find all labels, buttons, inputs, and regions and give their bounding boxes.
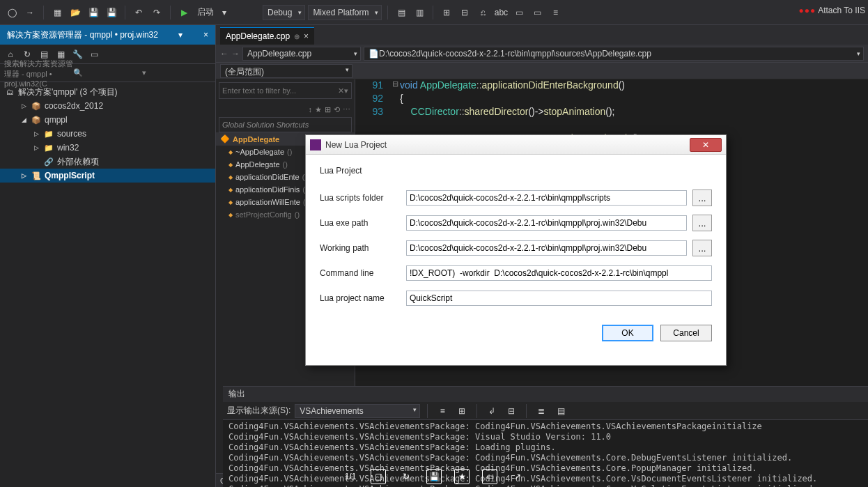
open-file-icon[interactable]: 📂	[68, 5, 83, 20]
output-text[interactable]: Coding4Fun.VSAchievements.VSAchievements…	[223, 420, 868, 487]
config-dropdown[interactable]: Debug	[263, 5, 305, 20]
toolbox-icon-4[interactable]: ⊟	[457, 5, 472, 20]
nav-fwd-icon[interactable]: →	[231, 49, 240, 59]
solution-root[interactable]: 🗂 解决方案'qmppl' (3 个项目)	[0, 85, 215, 99]
filter-icon[interactable]: ▾	[344, 86, 348, 95]
scripts-folder-input[interactable]	[406, 190, 687, 206]
expand-icon[interactable]: ▷	[32, 144, 40, 151]
output-clear-icon[interactable]: ≡	[435, 403, 450, 419]
working-path-input[interactable]	[406, 240, 687, 256]
toolbox-icon-9[interactable]: ≡	[548, 5, 563, 20]
tree-item[interactable]: 🔗外部依赖项	[0, 155, 215, 169]
new-project-icon[interactable]: ▦	[49, 5, 65, 20]
toolbox-icon-1[interactable]: ▤	[394, 5, 409, 20]
toolbox-icon-2[interactable]: ▥	[412, 5, 427, 20]
more-icon[interactable]: ⋯	[343, 105, 350, 114]
toolbox-icon-8[interactable]: ▭	[529, 5, 545, 20]
code-line[interactable]	[355, 119, 868, 132]
file-path-icon: 📄	[369, 49, 379, 59]
output-toolbar: 显示输出来源(S): VSAchievements ≡ ⊞ ↲ ⊟ ≣ ▤	[223, 402, 868, 420]
save-all-icon[interactable]: 💾	[104, 5, 119, 20]
undo-icon[interactable]: ↶	[131, 5, 146, 20]
exe-path-browse[interactable]: ...	[692, 215, 712, 231]
scope-dropdown[interactable]: (全局范围)	[220, 64, 352, 78]
nav-back-icon[interactable]: ◯	[4, 5, 20, 20]
toolbox-icon-7[interactable]: ▭	[511, 5, 527, 20]
launch-label[interactable]: 启动	[197, 6, 214, 18]
output-source-dropdown[interactable]: VSAchievements	[295, 404, 420, 418]
tree-item[interactable]: ▷📦cocos2dx_2012	[0, 99, 215, 113]
vs-icon	[310, 139, 321, 150]
method-icon: ◆	[228, 162, 233, 168]
tree-item[interactable]: ▷📜QmpplScript	[0, 169, 215, 183]
code-line[interactable]: 91⊟void AppDelegate::applicationDidEnter…	[355, 79, 868, 93]
output-wrap-icon[interactable]: ↲	[484, 403, 499, 419]
launch-caret[interactable]: ▾	[222, 8, 226, 17]
platform-dropdown[interactable]: Mixed Platform	[308, 5, 382, 20]
sync-icon[interactable]: ⟲	[334, 105, 340, 114]
exe-path-label: Lua exe path	[320, 218, 401, 228]
close-icon[interactable]: ×	[203, 30, 208, 40]
expand-icon[interactable]: ▷	[20, 172, 28, 179]
pin-icon[interactable]: ⊕	[294, 33, 300, 40]
project-name-input[interactable]	[406, 291, 712, 306]
dialog-titlebar[interactable]: New Lua Project ✕	[306, 135, 726, 155]
dialog-section: Lua Project	[320, 166, 712, 176]
nav-file-dropdown[interactable]: AppDelegate.cpp	[242, 47, 361, 61]
method-icon: ◆	[228, 199, 233, 206]
item-icon: 📁	[43, 144, 54, 153]
output-find-icon[interactable]: ⊟	[504, 403, 519, 419]
search-icon[interactable]: 🔍	[73, 68, 142, 77]
solution-explorer-tab[interactable]: 解决方案资源管理器 - qmppl • proj.win32 ▾ ×	[0, 25, 215, 45]
tree-item[interactable]: ▷📁sources	[0, 127, 215, 141]
method-icon: ◆	[228, 212, 233, 218]
attach-to-iis[interactable]: ●●● Attach To IIS	[798, 6, 865, 15]
scripts-folder-browse[interactable]: ...	[692, 190, 712, 206]
code-line[interactable]: 92{	[355, 93, 868, 106]
scope-bar: (全局范围)	[216, 63, 868, 79]
pin-icon[interactable]: ▾	[178, 30, 183, 40]
outline-filter[interactable]: Enter text to filter by... ✕ ▾	[219, 82, 352, 99]
cancel-button[interactable]: Cancel	[660, 325, 712, 341]
panel-title: 解决方案资源管理器 - qmppl • proj.win32	[7, 29, 158, 41]
dialog-close-button[interactable]: ✕	[690, 138, 722, 152]
toolbox-icon-6[interactable]: abc	[493, 5, 509, 20]
clear-icon[interactable]: ✕	[338, 86, 344, 95]
star-icon[interactable]: ★	[315, 105, 322, 114]
command-line-input[interactable]	[406, 265, 712, 281]
document-tab-appdelegate[interactable]: AppDelegate.cpp ⊕ ×	[220, 27, 314, 45]
output-tab[interactable]: 输出	[223, 387, 868, 402]
shortcuts-box[interactable]: Global Solution Shortcuts	[219, 117, 352, 132]
main-toolbar: ◯ → ▦ 📂 💾 💾 ↶ ↷ ▶ 启动 ▾ Debug Mixed Platf…	[0, 0, 868, 25]
working-path-browse[interactable]: ...	[692, 240, 712, 256]
close-icon[interactable]: ×	[304, 31, 309, 41]
nav-back-icon[interactable]: ←	[220, 49, 228, 59]
output-goto-icon[interactable]: ≣	[534, 403, 549, 419]
code-line[interactable]: 93 CCDirector::sharedDirector()->stopAni…	[355, 106, 868, 119]
item-icon: 📦	[31, 102, 42, 111]
method-icon: ◆	[228, 174, 233, 180]
redo-icon[interactable]: ↷	[149, 5, 164, 20]
toolbox-icon-5[interactable]: ⎌	[475, 5, 490, 20]
solution-icon: 🗂	[4, 88, 15, 96]
tree-item[interactable]: ▷📁win32	[0, 141, 215, 155]
tree-item[interactable]: ◢📦qmppl	[0, 113, 215, 127]
toolbox-icon-3[interactable]: ⊞	[439, 5, 454, 20]
sort-icon[interactable]: ↕	[309, 105, 313, 114]
save-icon[interactable]: 💾	[86, 5, 101, 20]
output-toggle-icon[interactable]: ⊞	[454, 403, 470, 419]
tree-icon[interactable]: ⊞	[325, 105, 331, 114]
output-stop-icon[interactable]: ▤	[553, 403, 568, 419]
solution-search[interactable]: 搜索解决方案资源管理器 - qmppl • proj.win32(C 🔍 ▾	[0, 64, 215, 82]
expand-icon[interactable]: ▷	[20, 102, 28, 109]
ok-button[interactable]: OK	[602, 325, 653, 341]
nav-fwd-icon[interactable]: →	[22, 5, 38, 20]
scripts-folder-label: Lua scripts folder	[320, 193, 401, 203]
expand-icon[interactable]: ◢	[20, 116, 28, 123]
preview-icon[interactable]: ▭	[86, 47, 102, 62]
expand-icon[interactable]: ▷	[32, 130, 40, 137]
nav-path-dropdown[interactable]: 📄 D:\cocos2d\quick-cocos2d-x-2.2.1-rc\bi…	[364, 47, 864, 61]
start-icon[interactable]: ▶	[176, 5, 192, 20]
search-caret[interactable]: ▾	[142, 68, 211, 77]
exe-path-input[interactable]	[406, 215, 687, 231]
